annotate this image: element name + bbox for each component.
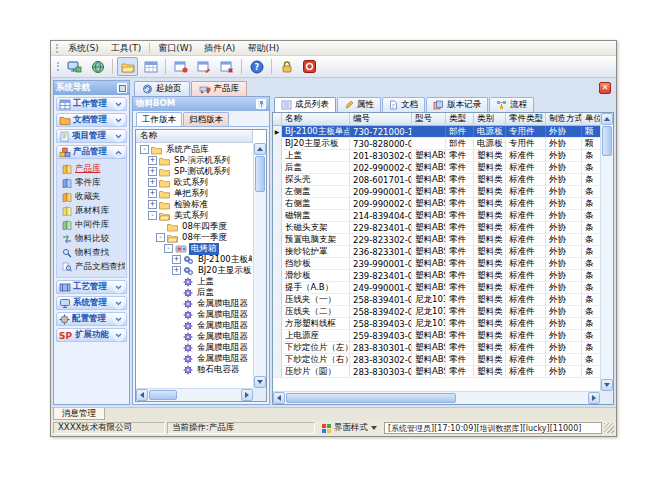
column-header-名称[interactable]: 名称 [282,113,350,126]
menu-item-3[interactable]: 插件(A) [198,41,241,55]
tree-hscroll-thumb[interactable] [149,390,177,400]
tree-node[interactable]: 上盖 [138,276,252,287]
row-selector[interactable] [273,186,282,197]
tab-流程[interactable]: 流程 [489,97,534,112]
table-vscroll-thumb[interactable] [602,126,612,156]
row-selector[interactable] [273,174,282,185]
row-selector[interactable] [273,138,282,149]
tree-vscroll-thumb[interactable] [255,156,265,192]
sidebar-item-零件库[interactable]: 零件库 [60,176,125,190]
row-selector[interactable] [273,246,282,257]
scroll-right-icon[interactable] [241,389,253,401]
sidebar-group-6[interactable]: 配置管理 [56,312,127,326]
tab-文档[interactable]: 文档 [382,97,425,112]
tab-message-management[interactable]: 消息管理 [53,408,105,420]
menu-item-1[interactable]: 工具(T) [105,41,148,55]
table-row[interactable]: 接纱轮护罩236-823301-00X塑料ABS零件塑料类标准件外协条 [273,246,614,258]
column-header-编号[interactable]: 编号 [350,113,412,126]
sidebar-item-物料比较[interactable]: 物料比较 [60,232,125,246]
sidebar-item-原材料库[interactable]: 原材料库 [60,204,125,218]
tree-node[interactable]: -电烤箱 [138,243,252,254]
sidebar-group-3[interactable]: 产品管理 [56,145,127,159]
table-row[interactable]: 滑纱板239-823401-00X塑料ABS零件塑料类标准件外协条 [273,270,614,282]
close-tab-icon[interactable]: ✕ [599,82,611,94]
workspace-icon[interactable] [64,57,85,76]
row-selector[interactable] [273,354,282,365]
column-header-零件类型[interactable]: 零件类型 [506,113,546,126]
resize-grip[interactable] [604,423,614,433]
table-row[interactable]: 左侧盖209-990001-01X塑料ABS零件塑料类标准件外协条 [273,186,614,198]
table-row[interactable]: 压线夹（二）258-839402-00X尼龙1010零件塑料类标准件外协条 [273,306,614,318]
row-selector[interactable] [273,258,282,269]
tab-属性[interactable]: 属性 [337,97,381,112]
tree-node[interactable]: 金属膜电阻器 [138,320,252,331]
chevron-down-icon[interactable] [113,115,124,126]
tree-node[interactable]: +SP-演示机系列 [138,155,252,166]
expand-icon[interactable]: + [172,255,181,264]
table-row[interactable]: BJ20主显示板730-828000-04X部件电源板专用件外协颗 [273,138,614,150]
tree-node[interactable]: 后盖 [138,287,252,298]
tree-vertical-scrollbar[interactable] [253,143,266,388]
collapse-icon[interactable]: - [140,145,149,154]
table-row[interactable]: 下纱定位片（右）283-830302-00X塑料ABS零件塑料类标准件外协条 [273,354,614,366]
table-row[interactable]: 长磁头支架229-823401-00X塑料ABS零件塑料类标准件外协条 [273,222,614,234]
collapse-icon[interactable]: - [156,233,165,242]
scroll-up-icon[interactable] [254,143,266,155]
chevron-down-icon[interactable] [113,298,124,309]
collapse-icon[interactable]: - [148,211,157,220]
table-hscroll-thumb[interactable] [286,393,456,403]
row-selector[interactable] [273,150,282,161]
chevron-down-icon[interactable] [113,282,124,293]
expand-icon[interactable]: + [148,189,157,198]
delete-item-icon[interactable] [216,57,237,76]
tree-node[interactable]: +BJ-2100主板单点 [138,254,252,265]
sidebar-item-产品文档查找[interactable]: 产品文档查找 [60,260,125,274]
new-item-icon[interactable] [170,57,191,76]
ui-style-button[interactable]: 界面样式 [317,422,382,434]
table-row[interactable]: 右侧盖209-990002-01X塑料ABS零件塑料类标准件外协条 [273,198,614,210]
expand-icon[interactable]: + [172,266,181,275]
tree-node[interactable]: +BJ20主显示板 [138,265,252,276]
sidebar-item-收藏夹[interactable]: 收藏夹 [60,190,125,204]
collapse-icon[interactable]: - [164,244,173,253]
help-icon[interactable]: ? [246,57,267,76]
scroll-down-icon[interactable] [601,379,613,391]
table-row[interactable]: 预置电脑支架229-823302-00X塑料ABS零件塑料类标准件外协条 [273,234,614,246]
column-header-制造方式[interactable]: 制造方式 [546,113,582,126]
open-library-icon[interactable] [117,57,138,76]
table-row[interactable]: 压纱片（圆）283-830303-00X塑料ABS零件塑料类标准件外协条 [273,366,614,378]
tree-node[interactable]: -08年一季度 [138,232,252,243]
expand-icon[interactable]: + [148,178,157,187]
tree-node[interactable]: 金属膜电阻器 [138,331,252,342]
table-row[interactable]: 提手（A.B）249-990001-01X塑料ABS零件塑料类标准件外协条 [273,282,614,294]
table-row[interactable]: 压线夹（一）258-839401-00X尼龙1010零件塑料类标准件外协条 [273,294,614,306]
tab-成员列表[interactable]: 成员列表 [274,97,336,112]
row-selector[interactable] [273,162,282,173]
row-selector[interactable] [273,282,282,293]
expand-icon[interactable]: + [148,156,157,165]
scroll-right-icon[interactable] [588,392,600,404]
tree-node[interactable]: +SP-测试机系列 [138,166,252,177]
row-selector[interactable]: ▶ [273,126,282,137]
tree-node[interactable]: 金属膜电阻器 [138,309,252,320]
sidebar-item-物料查找[interactable]: 物料查找 [60,246,125,260]
exit-icon[interactable] [299,57,320,76]
table-row[interactable]: 下纱定位片（左）283-830301-00X塑料ABS零件塑料类标准件外协条 [273,342,614,354]
row-selector[interactable] [273,294,282,305]
expand-icon[interactable]: + [148,167,157,176]
row-selector[interactable] [273,270,282,281]
menu-item-0[interactable]: 系统(S) [62,41,105,55]
pin-icon[interactable] [256,99,266,109]
scroll-left-icon[interactable] [273,392,285,404]
row-selector[interactable] [273,222,282,233]
tree-node[interactable]: 金属膜电阻器 [138,298,252,309]
row-selector[interactable] [273,318,282,329]
tree-node[interactable]: +检验标准 [138,199,252,210]
table-horizontal-scrollbar[interactable] [273,391,600,404]
menu-item-2[interactable]: 窗口(W) [152,41,198,55]
menu-item-4[interactable]: 帮助(H) [241,41,285,55]
column-header-类型[interactable]: 类型 [446,113,474,126]
scroll-down-icon[interactable] [254,376,266,388]
tree-node[interactable]: 08年四季度 [138,221,252,232]
column-header-类别[interactable]: 类别 [474,113,506,126]
